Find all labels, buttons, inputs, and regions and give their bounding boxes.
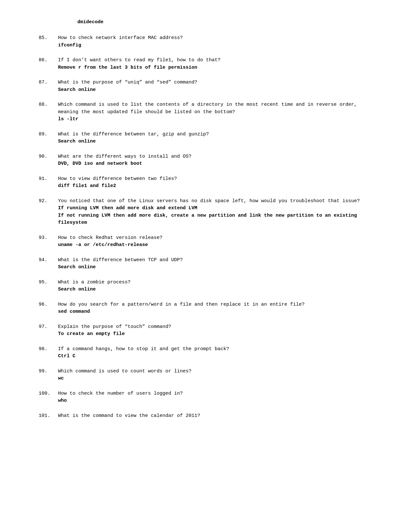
item-content: Which command is used to list the conten… [58,101,372,123]
item-answer: If not running LVM then add more disk, c… [58,212,372,227]
item-number: 90. [39,153,58,168]
item-content: If a command hangs, how to stop it and g… [58,346,372,360]
item-number: 87. [39,79,58,94]
list-item: 97.Explain the purpose of “touch” comman… [39,323,372,338]
list-item: 91.How to view difference between two fi… [39,175,372,190]
item-content: What are the different ways to install a… [58,153,372,168]
item-content: How to view difference between two files… [58,175,372,190]
list-item: 85.How to check network interface MAC ad… [39,34,372,49]
qa-list: 85.How to check network interface MAC ad… [39,34,372,419]
item-question: What is a zombie process? [58,279,372,286]
item-answer: Search online [58,286,372,293]
item-question: What are the different ways to install a… [58,153,372,161]
item-question: What is the difference between tar, gzip… [58,131,372,138]
item-question: How to view difference between two files… [58,175,372,183]
item-question: How to check the number of users logged … [58,390,372,398]
item-content: What is a zombie process?Search online [58,279,372,293]
item-answer: who [58,397,372,405]
item-number: 99. [39,368,58,382]
item-answer: Remove r from the last 3 bits of file pe… [58,64,372,72]
item-question: Which command is used to list the conten… [58,101,372,116]
item-content: How to check Redhat version release?unam… [58,234,372,249]
item-answer: Search online [58,264,372,271]
item-answer: Search online [58,138,372,145]
item-number: 86. [39,57,58,71]
item-answer: ifconfig [58,42,372,49]
item-number: 101. [39,412,58,420]
item-question: You noticed that one of the Linux server… [58,198,372,205]
list-item: 93.How to check Redhat version release?u… [39,234,372,249]
item-answer: Ctrl C [58,353,372,360]
list-item: 96.How do you search for a pattern/word … [39,301,372,316]
list-item: 95.What is a zombie process?Search onlin… [39,279,372,293]
item-content: What is the purpose of “uniq” and “sed” … [58,79,372,94]
item-question: How to check Redhat version release? [58,234,372,242]
item-number: 97. [39,323,58,338]
item-answer: uname -a or /etc/redhat-release [58,241,372,249]
list-item: 87.What is the purpose of “uniq” and “se… [39,79,372,94]
item-answer: To create an empty file [58,330,372,338]
item-question: What is the command to view the calendar… [58,412,372,420]
list-item: 100.How to check the number of users log… [39,390,372,405]
item-number: 92. [39,198,58,227]
item-question: Which command is used to count words or … [58,368,372,375]
item-number: 88. [39,101,58,123]
item-content: What is the difference between TCP and U… [58,257,372,271]
item-question: How do you search for a pattern/word in … [58,301,372,309]
item-content: How to check network interface MAC addre… [58,34,372,49]
item-content: You noticed that one of the Linux server… [58,198,372,227]
list-item: 89.What is the difference between tar, g… [39,131,372,145]
item-question: If a command hangs, how to stop it and g… [58,346,372,353]
item-question: If I don’t want others to read my file1,… [58,57,372,64]
list-item: 92.You noticed that one of the Linux ser… [39,198,372,227]
list-item: 98.If a command hangs, how to stop it an… [39,346,372,360]
item-content: Which command is used to count words or … [58,368,372,382]
item-question: Explain the purpose of “touch” command? [58,323,372,331]
item-number: 89. [39,131,58,145]
item-number: 94. [39,257,58,271]
item-content: What is the difference between tar, gzip… [58,131,372,145]
item-number: 95. [39,279,58,293]
list-item: 90.What are the different ways to instal… [39,153,372,168]
item-answer: If running LVM then add more disk and ex… [58,205,372,212]
item-answer: diff file1 and file2 [58,182,372,190]
item-number: 93. [39,234,58,249]
item-answer: Search online [58,86,372,94]
list-item: 99.Which command is used to count words … [39,368,372,382]
item-question: How to check network interface MAC addre… [58,34,372,42]
list-item: 94.What is the difference between TCP an… [39,257,372,271]
item-answer: DVD, DVD iso and network boot [58,160,372,168]
item-content: Explain the purpose of “touch” command?T… [58,323,372,338]
list-item: 101.What is the command to view the cale… [39,412,372,420]
item-question: What is the purpose of “uniq” and “sed” … [58,79,372,86]
item-number: 91. [39,175,58,190]
item-answer: wc [58,375,372,382]
list-item: 88.Which command is used to list the con… [39,101,372,123]
item-number: 100. [39,390,58,405]
list-item: 86.If I don’t want others to read my fil… [39,57,372,71]
item-content: What is the command to view the calendar… [58,412,372,420]
item-number: 96. [39,301,58,316]
item-question: What is the difference between TCP and U… [58,257,372,264]
item-number: 98. [39,346,58,360]
item-content: How to check the number of users logged … [58,390,372,405]
item-content: If I don’t want others to read my file1,… [58,57,372,71]
item-answer: ls -ltr [58,116,372,123]
item-number: 85. [39,34,58,49]
item-answer: sed command [58,308,372,316]
item-content: How do you search for a pattern/word in … [58,301,372,316]
intro-command: dmidecode [39,19,372,25]
